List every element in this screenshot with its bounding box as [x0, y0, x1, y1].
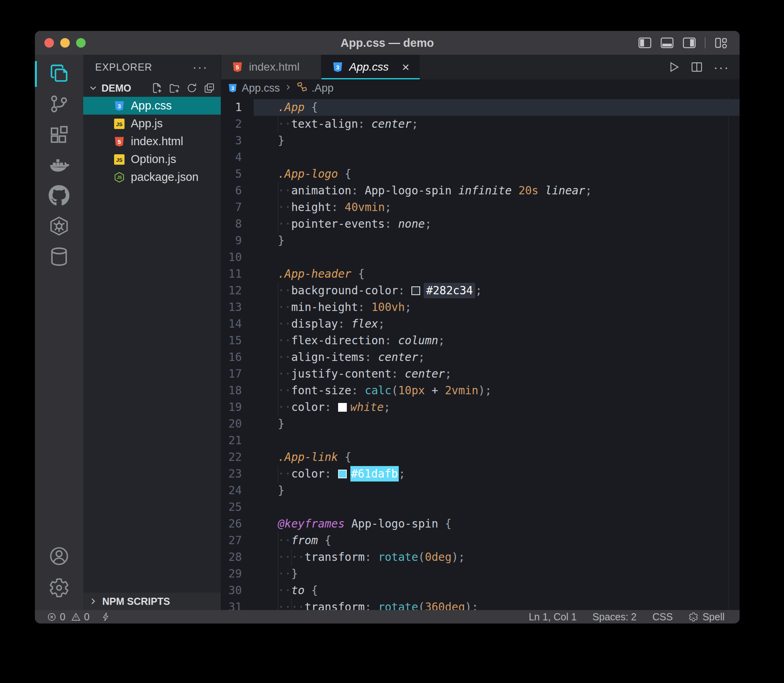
refresh-icon[interactable] — [186, 82, 198, 94]
code-line-17[interactable]: 17··justify-content: center; — [221, 366, 740, 382]
activity-item-explorer[interactable] — [35, 59, 83, 89]
token: ·· — [278, 534, 291, 547]
npm-scripts-title: NPM SCRIPTS — [102, 596, 170, 607]
tab-app-css[interactable]: 3 App.css × — [321, 55, 420, 79]
activity-item-account[interactable] — [35, 541, 83, 573]
code-line-18[interactable]: 18··font-size: calc(10px + 2vmin); — [221, 382, 740, 399]
toggle-secondary-sidebar-icon[interactable] — [683, 37, 696, 49]
code-line-8[interactable]: 8··pointer-events: none; — [221, 216, 740, 232]
code-line-23[interactable]: 23··color: #61dafb; — [221, 466, 740, 482]
activity-item-kubernetes[interactable] — [35, 211, 83, 242]
power-status[interactable] — [101, 612, 111, 622]
code-line-24[interactable]: 24} — [221, 482, 740, 499]
line-content: ··} — [254, 566, 740, 582]
code-line-9[interactable]: 9} — [221, 232, 740, 249]
code-line-16[interactable]: 16··align-items: center; — [221, 349, 740, 366]
code-line-1[interactable]: 1.App { — [221, 99, 740, 116]
close-tab-icon[interactable]: × — [402, 61, 409, 73]
tab-index-html[interactable]: 5 index.html — [221, 55, 321, 79]
code-line-2[interactable]: 2··text-align: center; — [221, 116, 740, 132]
run-icon[interactable] — [667, 61, 680, 73]
line-content: ··text-align: center; — [254, 116, 740, 132]
code-line-22[interactable]: 22.App-link { — [221, 449, 740, 466]
collapse-folders-icon[interactable] — [203, 82, 215, 94]
line-content: ··justify-content: center; — [254, 366, 740, 382]
explorer-sidebar: EXPLORER ··· DEMO 3App.cssJSApp.js5index… — [83, 55, 221, 610]
file-package-json[interactable]: JSpackage.json — [83, 168, 221, 186]
code-line-20[interactable]: 20} — [221, 416, 740, 432]
token: } — [278, 234, 285, 247]
code-line-21[interactable]: 21 — [221, 432, 740, 449]
code-line-27[interactable]: 27··from { — [221, 532, 740, 549]
code-line-3[interactable]: 3} — [221, 132, 740, 149]
code-line-31[interactable]: 31····transform: rotate(360deg); — [221, 599, 740, 610]
file-app-js[interactable]: JSApp.js — [83, 115, 221, 132]
file-option-js[interactable]: JSOption.js — [83, 150, 221, 168]
activity-item-database[interactable] — [35, 242, 83, 272]
token: 20s — [518, 184, 539, 197]
file-app-css[interactable]: 3App.css — [83, 97, 221, 115]
status-spaces-2[interactable]: Spaces: 2 — [593, 611, 637, 623]
code-editor[interactable]: 1.App {2··text-align: center;3}45.App-lo… — [221, 97, 740, 610]
settings-icon — [48, 577, 70, 600]
token: ; — [411, 117, 418, 130]
activity-bar — [35, 55, 83, 610]
code-line-7[interactable]: 7··height: 40vmin; — [221, 199, 740, 216]
section-header-npm-scripts[interactable]: NPM SCRIPTS — [83, 593, 221, 610]
status-ln-1-col-1[interactable]: Ln 1, Col 1 — [529, 611, 577, 623]
code-line-28[interactable]: 28····transform: rotate(0deg); — [221, 549, 740, 566]
line-content: ··flex-direction: column; — [254, 332, 740, 349]
token: pointer-events — [291, 217, 385, 230]
token: from — [291, 534, 318, 547]
line-number: 31 — [221, 599, 254, 610]
token: } — [291, 567, 298, 580]
activity-item-docker[interactable] — [35, 150, 83, 181]
code-line-12[interactable]: 12··background-color: #282c34; — [221, 282, 740, 299]
sidebar-more-icon[interactable]: ··· — [193, 65, 208, 69]
more-actions-icon[interactable]: ··· — [713, 59, 729, 75]
new-folder-icon[interactable] — [168, 82, 180, 94]
token: none — [398, 217, 425, 230]
code-line-5[interactable]: 5.App-logo { — [221, 166, 740, 182]
line-content: ··pointer-events: none; — [254, 216, 740, 232]
breadcrumb-file[interactable]: App.css — [242, 82, 280, 94]
status-right: Ln 1, Col 1Spaces: 2CSSSpell — [529, 611, 725, 623]
line-number: 18 — [221, 382, 254, 399]
token: ·· — [278, 567, 291, 580]
code-line-10[interactable]: 10 — [221, 249, 740, 266]
color-swatch — [338, 403, 347, 412]
code-line-11[interactable]: 11.App-header { — [221, 266, 740, 282]
code-line-19[interactable]: 19··color: white; — [221, 399, 740, 416]
activity-item-source-control[interactable] — [35, 89, 83, 120]
status-css[interactable]: CSS — [652, 611, 673, 623]
toggle-primary-sidebar-icon[interactable] — [638, 37, 652, 49]
token: ; — [399, 467, 405, 480]
code-line-26[interactable]: 26@keyframes App-logo-spin { — [221, 516, 740, 532]
code-line-13[interactable]: 13··min-height: 100vh; — [221, 299, 740, 316]
status-spell[interactable]: Spell — [688, 611, 725, 623]
code-line-30[interactable]: 30··to { — [221, 582, 740, 599]
line-content: .App-header { — [254, 266, 740, 282]
code-line-4[interactable]: 4 — [221, 149, 740, 166]
docker-icon — [48, 154, 70, 177]
new-file-icon[interactable] — [151, 82, 163, 94]
code-line-15[interactable]: 15··flex-direction: column; — [221, 332, 740, 349]
toggle-panel-icon[interactable] — [660, 37, 674, 49]
token: : — [351, 384, 365, 397]
code-line-14[interactable]: 14··display: flex; — [221, 316, 740, 332]
token: : — [358, 117, 371, 130]
activity-item-settings[interactable] — [35, 573, 83, 604]
token: to — [291, 584, 305, 597]
code-line-6[interactable]: 6··animation: App-logo-spin infinite 20s… — [221, 182, 740, 199]
section-header-demo[interactable]: DEMO — [83, 79, 221, 97]
code-line-25[interactable]: 25 — [221, 499, 740, 516]
problems-errors[interactable]: 0 — [47, 611, 65, 623]
breadcrumb-symbol[interactable]: .App — [312, 82, 334, 94]
split-editor-icon[interactable] — [690, 61, 703, 73]
problems-warnings[interactable]: 0 — [71, 611, 90, 623]
activity-item-github[interactable] — [35, 181, 83, 211]
activity-item-extensions[interactable] — [35, 120, 83, 150]
customize-layout-icon[interactable] — [714, 37, 728, 49]
code-line-29[interactable]: 29··} — [221, 566, 740, 582]
file-index-html[interactable]: 5index.html — [83, 132, 221, 150]
